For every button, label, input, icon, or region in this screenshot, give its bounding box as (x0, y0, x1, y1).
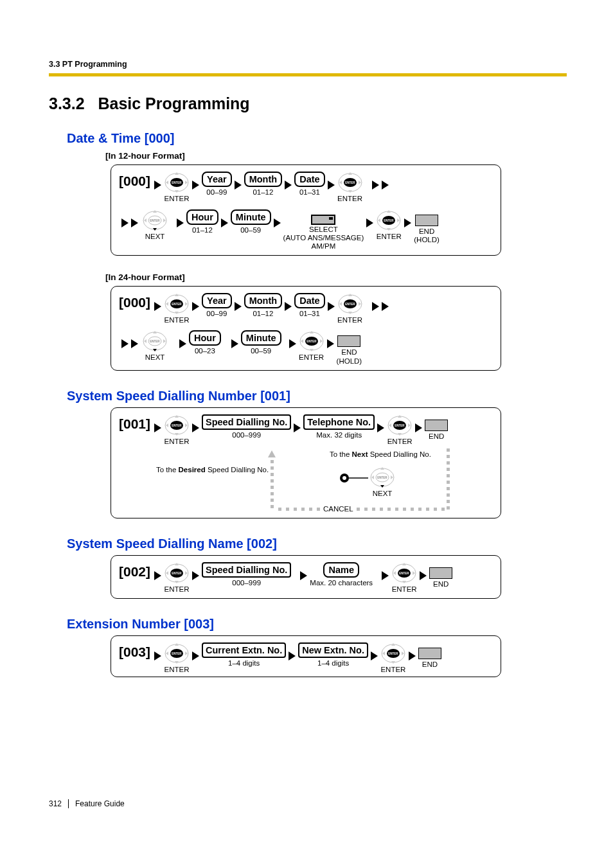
label-enter: ENTER (164, 316, 190, 324)
step-year: Year (202, 293, 232, 308)
arrow-icon (382, 181, 389, 190)
arrow-icon (328, 181, 335, 190)
code-000: [000] (118, 172, 152, 191)
svg-marker-33 (166, 302, 168, 306)
arrow-icon (154, 302, 161, 311)
label-select-sub1: (AUTO ANS/MESSAGE) (283, 234, 364, 242)
svg-rect-74 (271, 479, 274, 483)
step-sdn: Speed Dialling No. (202, 562, 291, 578)
end-button-icon (429, 567, 452, 579)
label-hold: (HOLD) (337, 357, 362, 365)
label-hold: (HOLD) (414, 236, 440, 244)
arrow-icon (179, 339, 186, 348)
svg-marker-136 (166, 651, 168, 655)
section-title: 3.3.2 Basic Programming (49, 94, 567, 113)
label-enter: ENTER (387, 438, 413, 446)
svg-rect-79 (447, 448, 450, 452)
svg-rect-104 (426, 508, 429, 511)
range-sdn: 000–999 (232, 579, 261, 587)
diagram-001: [001] ENTER ENTER Speed Dialling No. 000… (111, 407, 501, 518)
arrow-icon (192, 181, 199, 190)
arrow-icon (154, 651, 161, 660)
svg-marker-61 (166, 423, 168, 427)
svg-rect-72 (271, 466, 274, 470)
subhead-12h: [In 12-hour Format] (105, 151, 567, 161)
arrow-icon (289, 651, 296, 660)
arrow-icon (372, 181, 379, 190)
arrow-icon (192, 302, 199, 311)
enter-icon: ENTER (391, 562, 417, 584)
svg-rect-100 (395, 508, 398, 511)
svg-rect-89 (278, 508, 281, 511)
diagram-003: [003] ENTER ENTER Current Extn. No. 1–4 … (111, 635, 501, 677)
arrow-icon (328, 302, 335, 311)
heading-001: System Speed Dialling Number [001] (67, 389, 567, 403)
svg-rect-98 (380, 508, 383, 511)
svg-marker-122 (166, 571, 168, 575)
svg-marker-5 (166, 181, 168, 184)
svg-marker-48 (163, 339, 166, 343)
heading-003: Extension Number [003] (67, 617, 567, 632)
end-button-icon (418, 648, 441, 659)
arrow-icon (154, 423, 161, 432)
enter-icon: ENTER (164, 562, 190, 584)
label-enter: ENTER (164, 585, 190, 594)
label-select-sub2: AM/PM (312, 242, 336, 250)
svg-marker-6 (185, 181, 188, 184)
label-enter: ENTER (299, 353, 324, 362)
select-button-icon (311, 215, 335, 225)
code-003: [003] (118, 642, 152, 662)
range-minute: 00–59 (251, 347, 271, 355)
range-name: Max. 20 characters (310, 579, 373, 587)
breadcrumb: 3.3 PT Programming (49, 60, 127, 69)
range-hour: 01–12 (192, 226, 213, 235)
svg-marker-40 (339, 302, 342, 306)
arrow-icon (121, 339, 129, 348)
svg-marker-12 (339, 181, 342, 184)
code-000: [000] (118, 293, 152, 312)
heading-002: System Speed Dialling Name [002] (67, 536, 567, 551)
svg-marker-13 (359, 181, 361, 184)
arrow-icon (404, 218, 411, 227)
svg-rect-106 (441, 508, 445, 511)
label-select: SELECT (309, 226, 338, 233)
svg-marker-34 (185, 302, 188, 306)
svg-marker-54 (301, 339, 303, 343)
svg-text:ENTER: ENTER (150, 219, 160, 222)
svg-text:ENTER: ENTER (150, 340, 160, 343)
range-date: 01–31 (299, 310, 320, 318)
arrow-icon (372, 302, 379, 311)
diagram-000-12h: [000] ENTER ENTER Year 00–99 Month 01–12… (111, 164, 501, 256)
page-footer: 312 Feature Guide (49, 799, 567, 808)
enter-icon: ENTER (380, 642, 406, 664)
arrow-icon (366, 218, 373, 227)
arrow-icon (131, 218, 138, 227)
svg-rect-84 (447, 481, 450, 484)
arrow-icon (327, 339, 334, 348)
step-minute: Minute (231, 209, 271, 225)
label-cancel: CANCEL (323, 505, 353, 513)
arrow-icon (377, 423, 384, 432)
diagram-002: [002] ENTER ENTER Speed Dialling No. 000… (111, 555, 501, 599)
svg-rect-101 (403, 508, 406, 511)
svg-rect-105 (434, 508, 437, 511)
label-end: END (429, 432, 444, 441)
svg-text:ENTER: ENTER (172, 181, 182, 184)
step-current-extn: Current Extn. No. (202, 642, 286, 658)
arrow-icon (274, 218, 281, 227)
label-next: NEXT (145, 233, 165, 241)
step-month: Month (244, 172, 282, 187)
label-next: NEXT (373, 490, 393, 498)
enter-icon: ENTER (376, 209, 402, 231)
doc-title: Feature Guide (75, 799, 125, 808)
svg-rect-85 (447, 487, 450, 490)
step-year: Year (202, 172, 232, 187)
arrow-icon (285, 181, 292, 190)
svg-marker-27 (397, 218, 400, 222)
next-icon: ENTER (142, 330, 168, 352)
svg-rect-102 (411, 508, 414, 511)
svg-rect-103 (418, 508, 422, 511)
svg-rect-75 (271, 486, 274, 489)
arrow-icon (289, 339, 296, 348)
svg-marker-19 (144, 218, 147, 222)
